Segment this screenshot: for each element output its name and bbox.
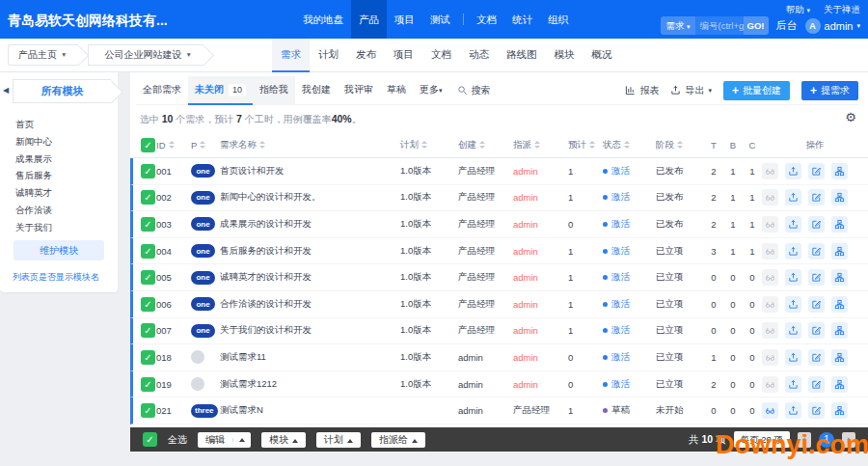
- edit-story-edit-icon-button[interactable]: [808, 322, 825, 339]
- user-menu[interactable]: A admin ▾: [805, 18, 860, 34]
- preview-story-preview-icon-button[interactable]: [762, 296, 778, 313]
- change-branch-export-icon-button[interactable]: [785, 376, 801, 393]
- story-name-link[interactable]: 合作洽谈的设计和开发: [220, 298, 312, 311]
- column-header-预计[interactable]: 预计: [564, 139, 603, 151]
- column-header-ID[interactable]: ID: [156, 140, 191, 151]
- preview-story-preview-icon-button[interactable]: [762, 349, 778, 366]
- nav-item-3[interactable]: 测试: [422, 0, 458, 39]
- story-tab-2[interactable]: 指给我: [253, 76, 295, 105]
- change-branch-export-icon-button[interactable]: [785, 349, 801, 366]
- go-button[interactable]: GO!: [744, 16, 769, 35]
- story-tab-0[interactable]: 全部需求: [136, 76, 188, 105]
- product-tab-5[interactable]: 动态: [460, 39, 498, 72]
- row-checkbox[interactable]: ✓: [141, 297, 155, 312]
- report-button[interactable]: 报表: [625, 84, 659, 97]
- search-toggle[interactable]: 搜索: [457, 84, 491, 97]
- nav-item-4[interactable]: 文档: [469, 0, 504, 39]
- nav-item-6[interactable]: 组织: [540, 0, 576, 39]
- select-all-checkbox[interactable]: ✓: [143, 432, 157, 447]
- preview-story-preview-icon-button[interactable]: [762, 376, 778, 393]
- subdivide-story-module-icon-button[interactable]: [831, 402, 848, 419]
- preview-story-preview-icon-button[interactable]: [762, 243, 778, 260]
- add-story-button[interactable]: +提需求: [801, 81, 858, 100]
- edit-story-edit-icon-button[interactable]: [808, 243, 825, 260]
- batch-create-button[interactable]: +批量创建: [723, 81, 790, 100]
- product-tab-6[interactable]: 路线图: [498, 39, 546, 72]
- change-branch-export-icon-button[interactable]: [785, 189, 801, 206]
- breadcrumb-product-home[interactable]: 产品主页▼: [8, 44, 78, 66]
- column-header-阶段[interactable]: 阶段: [656, 139, 704, 151]
- preview-story-preview-icon-button[interactable]: [762, 189, 778, 206]
- story-name-link[interactable]: 诚聘英才的设计和开发: [220, 271, 312, 284]
- row-checkbox[interactable]: ✓: [141, 164, 155, 178]
- row-checkbox[interactable]: ✓: [141, 190, 155, 205]
- search-input[interactable]: 编号(ctrl+g): [695, 16, 744, 35]
- row-checkbox[interactable]: ✓: [141, 403, 155, 418]
- preview-story-preview-icon-button[interactable]: [762, 322, 778, 339]
- batch-action-button-0[interactable]: 编辑: [198, 432, 251, 448]
- product-tab-7[interactable]: 模块: [546, 39, 583, 72]
- row-checkbox[interactable]: ✓: [141, 350, 155, 365]
- collapse-sidebar-icon[interactable]: ◀: [3, 86, 9, 95]
- change-branch-export-icon-button[interactable]: [785, 243, 801, 260]
- product-tab-1[interactable]: 计划: [310, 39, 347, 72]
- about-link[interactable]: 关于禅道: [824, 4, 860, 16]
- subdivide-story-module-icon-button[interactable]: [831, 349, 848, 366]
- change-branch-export-icon-button[interactable]: [785, 216, 801, 233]
- change-branch-export-icon-button[interactable]: [785, 402, 801, 419]
- subdivide-story-module-icon-button[interactable]: [831, 269, 848, 286]
- subdivide-story-module-icon-button[interactable]: [831, 216, 848, 233]
- change-branch-export-icon-button[interactable]: [785, 269, 801, 286]
- change-branch-export-icon-button[interactable]: [785, 163, 801, 179]
- product-tab-8[interactable]: 概况: [583, 39, 621, 72]
- batch-action-button-1[interactable]: 模块: [261, 432, 306, 448]
- subdivide-story-module-icon-button[interactable]: [831, 376, 848, 393]
- story-tab-6[interactable]: 更多 ▾: [413, 76, 449, 105]
- module-item[interactable]: 关于我们: [0, 219, 118, 236]
- story-tab-1[interactable]: 未关闭10: [188, 76, 253, 105]
- edit-story-edit-icon-button[interactable]: [808, 189, 825, 206]
- nav-item-0[interactable]: 我的地盘: [295, 0, 351, 39]
- search-type-dropdown[interactable]: 需求 ▾: [661, 16, 694, 35]
- select-all-header-checkbox[interactable]: ✓: [141, 138, 155, 152]
- module-item[interactable]: 首页: [0, 116, 118, 133]
- gear-icon[interactable]: ⚙: [845, 107, 856, 128]
- change-branch-export-icon-button[interactable]: [785, 296, 801, 313]
- admin-panel-link[interactable]: 后台: [776, 18, 798, 33]
- module-item[interactable]: 售后服务: [0, 167, 118, 184]
- story-name-link[interactable]: 首页设计和开发: [220, 165, 285, 178]
- column-header-指派[interactable]: 指派: [513, 139, 564, 151]
- preview-story-preview-icon-button[interactable]: [762, 163, 778, 179]
- export-button[interactable]: 导出 ▾: [670, 84, 712, 97]
- product-tab-3[interactable]: 项目: [385, 39, 422, 72]
- row-checkbox[interactable]: ✓: [141, 377, 155, 392]
- module-item[interactable]: 合作洽谈: [0, 202, 118, 219]
- nav-item-2[interactable]: 项目: [387, 0, 422, 39]
- edit-story-edit-icon-button[interactable]: [808, 349, 825, 366]
- edit-story-edit-icon-button[interactable]: [808, 163, 825, 179]
- story-name-link[interactable]: 测试需求11: [220, 351, 266, 364]
- edit-story-edit-icon-button[interactable]: [808, 269, 825, 286]
- module-item[interactable]: 成果展示: [0, 151, 118, 168]
- module-item[interactable]: 新闻中心: [0, 133, 118, 151]
- batch-action-button-3[interactable]: 指派给: [371, 432, 425, 448]
- edit-story-edit-icon-button[interactable]: [808, 216, 825, 233]
- preview-story-preview-icon-button[interactable]: [762, 216, 778, 233]
- edit-story-edit-icon-button[interactable]: [808, 376, 825, 393]
- row-checkbox[interactable]: ✓: [141, 323, 155, 338]
- story-name-link[interactable]: 新闻中心的设计和开发。: [220, 191, 321, 204]
- story-tab-4[interactable]: 我评审: [338, 76, 380, 105]
- edit-story-edit-icon-button[interactable]: [808, 402, 825, 419]
- story-tab-3[interactable]: 我创建: [295, 76, 338, 105]
- nav-item-1[interactable]: 产品: [351, 0, 387, 39]
- column-header-状态[interactable]: 状态: [603, 139, 656, 151]
- column-header-计划[interactable]: 计划: [400, 139, 458, 151]
- story-name-link[interactable]: 成果展示的设计和开发: [220, 218, 312, 231]
- subdivide-story-module-icon-button[interactable]: [831, 296, 848, 313]
- product-tab-0[interactable]: 需求: [272, 39, 310, 72]
- story-name-link[interactable]: 测试需求N: [220, 404, 263, 417]
- nav-item-5[interactable]: 统计: [504, 0, 540, 39]
- subdivide-story-module-icon-button[interactable]: [831, 243, 848, 260]
- edit-story-edit-icon-button[interactable]: [808, 296, 825, 313]
- subdivide-story-module-icon-button[interactable]: [831, 163, 848, 179]
